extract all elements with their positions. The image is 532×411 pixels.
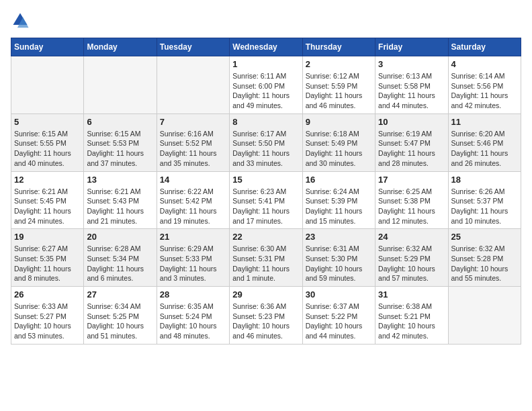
day-number: 26	[14, 289, 81, 300]
calendar-day-cell: 2Sunrise: 6:12 AM Sunset: 5:59 PM Daylig…	[302, 56, 375, 114]
calendar-day-cell: 27Sunrise: 6:34 AM Sunset: 5:25 PM Dayli…	[84, 287, 157, 345]
calendar-day-cell: 21Sunrise: 6:29 AM Sunset: 5:33 PM Dayli…	[157, 229, 229, 287]
calendar-day-cell: 6Sunrise: 6:15 AM Sunset: 5:53 PM Daylig…	[84, 113, 157, 171]
day-number: 9	[306, 117, 372, 127]
day-info: Sunrise: 6:34 AM Sunset: 5:25 PM Dayligh…	[87, 302, 153, 341]
calendar-day-cell: 23Sunrise: 6:31 AM Sunset: 5:30 PM Dayli…	[302, 229, 375, 287]
calendar-week-row: 5Sunrise: 6:15 AM Sunset: 5:55 PM Daylig…	[11, 113, 521, 171]
day-number: 27	[87, 289, 153, 300]
calendar-day-cell: 12Sunrise: 6:21 AM Sunset: 5:45 PM Dayli…	[11, 171, 84, 229]
day-number: 24	[378, 232, 445, 242]
calendar-day-cell: 10Sunrise: 6:19 AM Sunset: 5:47 PM Dayli…	[375, 113, 448, 171]
day-info: Sunrise: 6:29 AM Sunset: 5:33 PM Dayligh…	[160, 244, 226, 283]
day-info: Sunrise: 6:15 AM Sunset: 5:53 PM Dayligh…	[87, 129, 153, 169]
calendar-day-cell: 20Sunrise: 6:28 AM Sunset: 5:34 PM Dayli…	[84, 229, 157, 287]
day-info: Sunrise: 6:36 AM Sunset: 5:23 PM Dayligh…	[232, 302, 299, 341]
calendar-day-cell: 17Sunrise: 6:25 AM Sunset: 5:38 PM Dayli…	[375, 171, 448, 229]
day-number: 25	[451, 232, 518, 242]
day-info: Sunrise: 6:33 AM Sunset: 5:27 PM Dayligh…	[14, 302, 81, 341]
day-info: Sunrise: 6:23 AM Sunset: 5:41 PM Dayligh…	[232, 187, 299, 226]
calendar-day-cell: 30Sunrise: 6:37 AM Sunset: 5:22 PM Dayli…	[302, 287, 375, 345]
day-info: Sunrise: 6:27 AM Sunset: 5:35 PM Dayligh…	[14, 244, 81, 283]
calendar-week-row: 26Sunrise: 6:33 AM Sunset: 5:27 PM Dayli…	[11, 287, 521, 345]
day-info: Sunrise: 6:11 AM Sunset: 6:00 PM Dayligh…	[232, 71, 299, 111]
calendar-day-cell: 3Sunrise: 6:13 AM Sunset: 5:58 PM Daylig…	[375, 56, 448, 114]
day-info: Sunrise: 6:25 AM Sunset: 5:38 PM Dayligh…	[378, 187, 445, 226]
calendar-day-cell: 1Sunrise: 6:11 AM Sunset: 6:00 PM Daylig…	[230, 56, 302, 114]
day-info: Sunrise: 6:21 AM Sunset: 5:45 PM Dayligh…	[14, 187, 81, 226]
day-number: 6	[87, 117, 153, 127]
day-number: 7	[160, 117, 226, 127]
calendar-day-cell	[157, 56, 229, 114]
calendar-week-row: 12Sunrise: 6:21 AM Sunset: 5:45 PM Dayli…	[11, 171, 521, 229]
day-number: 13	[87, 175, 153, 185]
calendar: SundayMondayTuesdayWednesdayThursdayFrid…	[11, 38, 521, 345]
logo	[11, 11, 32, 30]
day-info: Sunrise: 6:38 AM Sunset: 5:21 PM Dayligh…	[378, 302, 445, 341]
day-info: Sunrise: 6:19 AM Sunset: 5:47 PM Dayligh…	[378, 129, 445, 169]
day-number: 16	[306, 175, 372, 185]
day-info: Sunrise: 6:12 AM Sunset: 5:59 PM Dayligh…	[306, 71, 372, 111]
calendar-day-cell: 29Sunrise: 6:36 AM Sunset: 5:23 PM Dayli…	[230, 287, 302, 345]
day-number: 19	[14, 232, 81, 242]
calendar-day-cell: 24Sunrise: 6:32 AM Sunset: 5:29 PM Dayli…	[375, 229, 448, 287]
calendar-day-cell: 11Sunrise: 6:20 AM Sunset: 5:46 PM Dayli…	[448, 113, 521, 171]
day-of-week-header: Wednesday	[230, 38, 302, 56]
day-number: 30	[306, 289, 372, 300]
calendar-day-cell: 26Sunrise: 6:33 AM Sunset: 5:27 PM Dayli…	[11, 287, 84, 345]
day-number: 2	[306, 59, 372, 69]
day-number: 3	[378, 59, 445, 69]
day-info: Sunrise: 6:17 AM Sunset: 5:50 PM Dayligh…	[232, 129, 299, 169]
day-number: 23	[306, 232, 372, 242]
calendar-day-cell: 31Sunrise: 6:38 AM Sunset: 5:21 PM Dayli…	[375, 287, 448, 345]
day-info: Sunrise: 6:18 AM Sunset: 5:49 PM Dayligh…	[306, 129, 372, 169]
calendar-day-cell: 25Sunrise: 6:32 AM Sunset: 5:28 PM Dayli…	[448, 229, 521, 287]
day-info: Sunrise: 6:14 AM Sunset: 5:56 PM Dayligh…	[451, 71, 518, 111]
calendar-header-row: SundayMondayTuesdayWednesdayThursdayFrid…	[11, 38, 521, 56]
day-of-week-header: Sunday	[11, 38, 84, 56]
day-info: Sunrise: 6:32 AM Sunset: 5:28 PM Dayligh…	[451, 244, 518, 283]
day-number: 31	[378, 289, 445, 300]
page-header	[11, 11, 521, 30]
day-number: 4	[451, 59, 518, 69]
day-info: Sunrise: 6:24 AM Sunset: 5:39 PM Dayligh…	[306, 187, 372, 226]
day-number: 11	[451, 117, 518, 127]
day-number: 22	[232, 232, 299, 242]
day-number: 15	[232, 175, 299, 185]
day-number: 18	[451, 175, 518, 185]
day-of-week-header: Tuesday	[157, 38, 229, 56]
calendar-day-cell: 7Sunrise: 6:16 AM Sunset: 5:52 PM Daylig…	[157, 113, 229, 171]
calendar-day-cell: 14Sunrise: 6:22 AM Sunset: 5:42 PM Dayli…	[157, 171, 229, 229]
day-number: 21	[160, 232, 226, 242]
day-number: 14	[160, 175, 226, 185]
calendar-day-cell: 28Sunrise: 6:35 AM Sunset: 5:24 PM Dayli…	[157, 287, 229, 345]
calendar-week-row: 19Sunrise: 6:27 AM Sunset: 5:35 PM Dayli…	[11, 229, 521, 287]
day-info: Sunrise: 6:31 AM Sunset: 5:30 PM Dayligh…	[306, 244, 372, 283]
day-number: 29	[232, 289, 299, 300]
calendar-day-cell: 18Sunrise: 6:26 AM Sunset: 5:37 PM Dayli…	[448, 171, 521, 229]
day-number: 17	[378, 175, 445, 185]
day-info: Sunrise: 6:15 AM Sunset: 5:55 PM Dayligh…	[14, 129, 81, 169]
day-number: 1	[232, 59, 299, 69]
calendar-day-cell: 4Sunrise: 6:14 AM Sunset: 5:56 PM Daylig…	[448, 56, 521, 114]
day-info: Sunrise: 6:35 AM Sunset: 5:24 PM Dayligh…	[160, 302, 226, 341]
logo-icon	[11, 11, 30, 30]
day-info: Sunrise: 6:20 AM Sunset: 5:46 PM Dayligh…	[451, 129, 518, 169]
day-number: 5	[14, 117, 81, 127]
calendar-day-cell: 22Sunrise: 6:30 AM Sunset: 5:31 PM Dayli…	[230, 229, 302, 287]
day-info: Sunrise: 6:37 AM Sunset: 5:22 PM Dayligh…	[306, 302, 372, 341]
calendar-week-row: 1Sunrise: 6:11 AM Sunset: 6:00 PM Daylig…	[11, 56, 521, 114]
day-info: Sunrise: 6:32 AM Sunset: 5:29 PM Dayligh…	[378, 244, 445, 283]
day-number: 8	[232, 117, 299, 127]
calendar-day-cell: 13Sunrise: 6:21 AM Sunset: 5:43 PM Dayli…	[84, 171, 157, 229]
day-info: Sunrise: 6:22 AM Sunset: 5:42 PM Dayligh…	[160, 187, 226, 226]
day-of-week-header: Friday	[375, 38, 448, 56]
day-info: Sunrise: 6:21 AM Sunset: 5:43 PM Dayligh…	[87, 187, 153, 226]
calendar-day-cell: 16Sunrise: 6:24 AM Sunset: 5:39 PM Dayli…	[302, 171, 375, 229]
calendar-day-cell: 19Sunrise: 6:27 AM Sunset: 5:35 PM Dayli…	[11, 229, 84, 287]
calendar-day-cell: 15Sunrise: 6:23 AM Sunset: 5:41 PM Dayli…	[230, 171, 302, 229]
calendar-day-cell: 9Sunrise: 6:18 AM Sunset: 5:49 PM Daylig…	[302, 113, 375, 171]
day-number: 28	[160, 289, 226, 300]
day-info: Sunrise: 6:26 AM Sunset: 5:37 PM Dayligh…	[451, 187, 518, 226]
calendar-day-cell: 5Sunrise: 6:15 AM Sunset: 5:55 PM Daylig…	[11, 113, 84, 171]
